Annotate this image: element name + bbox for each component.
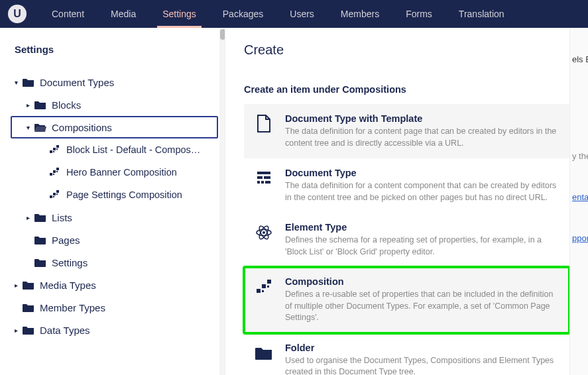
tree-label: Pages	[52, 235, 80, 246]
tree-label: Media Types	[40, 280, 96, 291]
svg-point-24	[263, 231, 265, 234]
tree-member-types[interactable]: Member Types	[11, 296, 218, 319]
svg-rect-25	[257, 289, 261, 293]
atom-icon	[255, 223, 273, 242]
nav-packages[interactable]: Packages	[209, 0, 276, 28]
svg-rect-29	[267, 286, 269, 288]
app-logo[interactable]: U	[8, 5, 27, 23]
tree-comp-blocklist[interactable]: Block List - Default - Compos…	[11, 138, 218, 161]
tree-label: Data Types	[40, 325, 90, 336]
tree-data-types[interactable]: ▸ Data Types	[11, 319, 218, 341]
create-item-desc: Used to organise the Document Types, Com…	[285, 355, 559, 376]
create-item-title: Folder	[285, 343, 559, 353]
composition-icon	[49, 190, 61, 199]
caret-right-icon[interactable]: ▸	[23, 101, 33, 109]
dialog-subtitle: Create an item under Compositions	[244, 84, 569, 95]
tree-compositions[interactable]: ▾ Compositions	[11, 116, 218, 138]
create-element-type[interactable]: Element Type Defines the schema for a re…	[244, 213, 569, 267]
composition-icon	[255, 278, 273, 296]
sidebar-scrollbar[interactable]	[219, 28, 225, 375]
create-item-title: Document Type	[285, 168, 559, 178]
svg-rect-20	[265, 181, 270, 184]
create-doctype[interactable]: Document Type The data definition for a …	[244, 158, 569, 213]
tree-pages[interactable]: Pages	[11, 229, 218, 251]
tree-comp-hero[interactable]: Hero Banner Composition	[11, 161, 218, 184]
tree-label: Settings	[52, 257, 88, 268]
cropped-link[interactable]: pport	[572, 233, 588, 243]
nav-translation[interactable]: Translation	[445, 0, 518, 28]
tree-label: Block List - Default - Compos…	[66, 144, 200, 155]
create-folder[interactable]: Folder Used to organise the Document Typ…	[244, 333, 569, 376]
tree-media-types[interactable]: ▸ Media Types	[11, 274, 218, 296]
nav-members[interactable]: Members	[327, 0, 392, 28]
caret-down-icon[interactable]: ▾	[11, 79, 21, 86]
folder-icon	[23, 303, 34, 312]
svg-rect-28	[262, 290, 264, 292]
svg-rect-16	[257, 176, 263, 179]
page-icon	[255, 115, 273, 133]
folder-icon	[23, 78, 34, 87]
caret-right-icon[interactable]: ▸	[11, 327, 21, 334]
composition-icon	[49, 168, 61, 177]
svg-rect-3	[53, 151, 54, 152]
tree-label: Lists	[52, 212, 72, 223]
create-composition[interactable]: Composition Defines a re-usable set of p…	[244, 267, 569, 333]
dialog-title: Create	[244, 42, 569, 58]
create-dialog: Create Create an item under Compositions…	[225, 28, 588, 375]
nav-content[interactable]: Content	[38, 0, 97, 28]
create-options-list: Document Type with Template The data def…	[244, 104, 569, 375]
folder-icon	[255, 344, 273, 362]
svg-rect-5	[50, 173, 52, 176]
caret-down-icon[interactable]: ▾	[23, 124, 33, 131]
create-item-title: Composition	[285, 276, 559, 287]
create-item-desc: Defines a re-usable set of properties th…	[285, 289, 559, 324]
tree-lists[interactable]: ▸ Lists	[11, 206, 218, 229]
tree-settings-folder[interactable]: Settings	[11, 251, 218, 274]
tree-label: Hero Banner Composition	[66, 167, 177, 178]
folder-icon	[34, 213, 46, 222]
svg-rect-9	[56, 171, 58, 172]
right-cropped-panel: els B y the entat pport	[569, 28, 588, 375]
cropped-text: els B	[572, 54, 588, 64]
folder-icon	[34, 258, 46, 267]
svg-rect-0	[50, 150, 52, 153]
settings-tree: ▾ Document Types ▸ Blocks	[11, 71, 218, 341]
create-doctype-template[interactable]: Document Type with Template The data def…	[244, 104, 569, 158]
svg-rect-15	[257, 172, 270, 174]
nav-forms[interactable]: Forms	[392, 0, 445, 28]
create-item-title: Element Type	[285, 222, 559, 233]
svg-rect-7	[56, 168, 59, 170]
tree-document-types[interactable]: ▾ Document Types	[11, 71, 218, 93]
svg-rect-4	[56, 148, 58, 150]
create-item-desc: The data definition for a content page t…	[285, 126, 559, 149]
tree-label: Compositions	[52, 122, 112, 133]
tree-label: Page Settings Composition	[66, 189, 182, 200]
nav-media[interactable]: Media	[97, 0, 149, 28]
composition-icon	[49, 145, 61, 154]
caret-right-icon[interactable]: ▸	[23, 214, 33, 221]
cropped-link[interactable]: entat	[572, 192, 588, 202]
doctype-icon	[255, 169, 273, 188]
tree-label: Member Types	[40, 302, 105, 313]
svg-rect-2	[56, 145, 59, 148]
sidebar-title: Settings	[15, 44, 218, 55]
create-item-desc: Defines the schema for a repeating set o…	[285, 235, 559, 258]
folder-icon	[23, 325, 34, 335]
top-nav: U Content Media Settings Packages Users …	[0, 0, 588, 28]
svg-rect-14	[56, 193, 58, 195]
svg-rect-10	[50, 195, 52, 198]
nav-users[interactable]: Users	[276, 0, 327, 28]
folder-icon	[34, 235, 46, 244]
folder-icon	[34, 100, 46, 109]
cropped-text: y the	[572, 151, 588, 161]
svg-rect-18	[257, 181, 260, 184]
nav-settings[interactable]: Settings	[149, 0, 209, 28]
svg-rect-12	[56, 190, 59, 193]
tree-blocks[interactable]: ▸ Blocks	[11, 93, 218, 116]
svg-rect-26	[262, 284, 266, 288]
caret-right-icon[interactable]: ▸	[11, 282, 21, 289]
tree-comp-pagesettings[interactable]: Page Settings Composition	[11, 184, 218, 206]
settings-sidebar: Settings ▾ Document Types ▸	[0, 28, 225, 375]
svg-rect-6	[53, 170, 56, 173]
tree-label: Blocks	[52, 99, 81, 111]
